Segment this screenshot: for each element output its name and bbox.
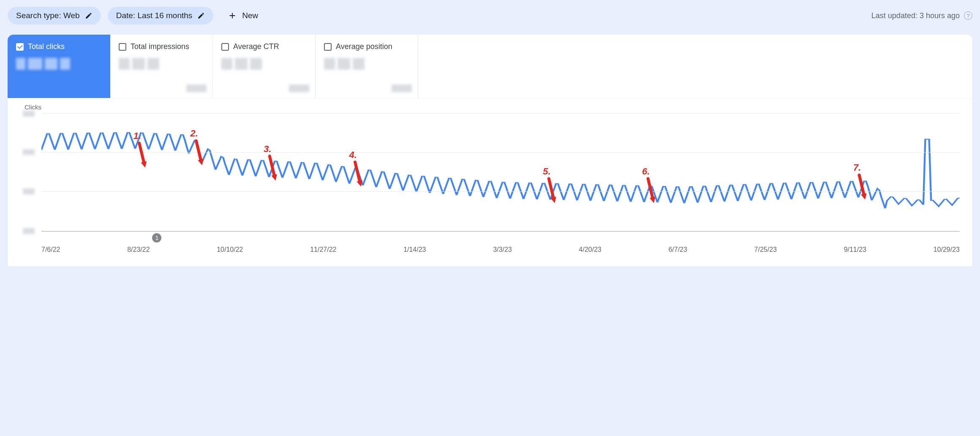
metric-label: Total clicks: [28, 42, 65, 51]
metric-label: Total impressions: [131, 42, 189, 51]
search-type-label: Search type: Web: [16, 11, 80, 20]
plus-icon: [228, 11, 237, 20]
performance-card: Total clicksTotal impressionsAverage CTR…: [8, 35, 972, 266]
x-axis-ticks: 7/6/228/23/2210/10/2211/27/221/14/233/3/…: [41, 246, 960, 253]
checkbox-icon: [324, 43, 332, 51]
metric-value-redacted: [16, 58, 102, 70]
last-updated: Last updated: 3 hours ago ?: [871, 11, 972, 20]
metric-value-redacted: [119, 58, 204, 70]
filter-bar: Search type: Web Date: Last 16 months Ne…: [0, 3, 980, 35]
metric-tab-ctr[interactable]: Average CTR: [213, 35, 316, 98]
last-updated-text: Last updated: 3 hours ago: [871, 11, 960, 20]
metric-label: Average CTR: [233, 42, 279, 51]
x-tick: 10/29/23: [934, 246, 960, 253]
add-filter-button[interactable]: New: [223, 8, 262, 24]
plot[interactable]: 1.2.3.4.5.6.7.: [41, 113, 960, 232]
y-tick-redacted: [23, 228, 35, 234]
pencil-icon: [197, 12, 205, 19]
metric-value-redacted: [221, 58, 307, 70]
search-type-chip[interactable]: Search type: Web: [8, 7, 101, 25]
x-tick: 9/11/23: [844, 246, 866, 253]
y-tick-redacted: [23, 111, 35, 117]
metric-tabs: Total clicksTotal impressionsAverage CTR…: [8, 35, 972, 98]
new-label: New: [242, 11, 258, 20]
metric-tab-impressions[interactable]: Total impressions: [110, 35, 213, 98]
x-tick: 7/25/23: [754, 246, 777, 253]
clicks-line: [41, 113, 960, 232]
event-marker[interactable]: 1: [152, 233, 161, 243]
x-tick: 8/23/22: [127, 246, 150, 253]
x-axis: [41, 231, 960, 232]
checkbox-icon: [221, 43, 229, 51]
metric-tab-position[interactable]: Average position: [316, 35, 418, 98]
chart-area: Clicks 1.2.3.4.5.6.7. 1 7/6/228/23/2210/…: [8, 98, 972, 253]
x-tick: 4/20/23: [579, 246, 601, 253]
checkbox-icon: [119, 43, 126, 51]
date-range-chip[interactable]: Date: Last 16 months: [108, 7, 214, 25]
checkbox-icon: [16, 43, 24, 51]
x-tick: 3/3/23: [493, 246, 512, 253]
y-axis-label: Clicks: [24, 104, 960, 111]
metric-tab-clicks[interactable]: Total clicks: [8, 35, 110, 98]
help-icon[interactable]: ?: [964, 11, 972, 20]
x-tick: 10/10/22: [217, 246, 243, 253]
pencil-icon: [85, 12, 93, 19]
x-tick: 7/6/22: [41, 246, 60, 253]
x-tick: 11/27/22: [310, 246, 336, 253]
x-tick: 1/14/23: [403, 246, 426, 253]
y-tick-redacted: [23, 188, 35, 194]
x-tick: 6/7/23: [668, 246, 687, 253]
y-tick-redacted: [23, 149, 35, 155]
date-range-label: Date: Last 16 months: [116, 11, 193, 20]
metric-value-redacted: [324, 58, 409, 70]
metric-label: Average position: [336, 42, 392, 51]
